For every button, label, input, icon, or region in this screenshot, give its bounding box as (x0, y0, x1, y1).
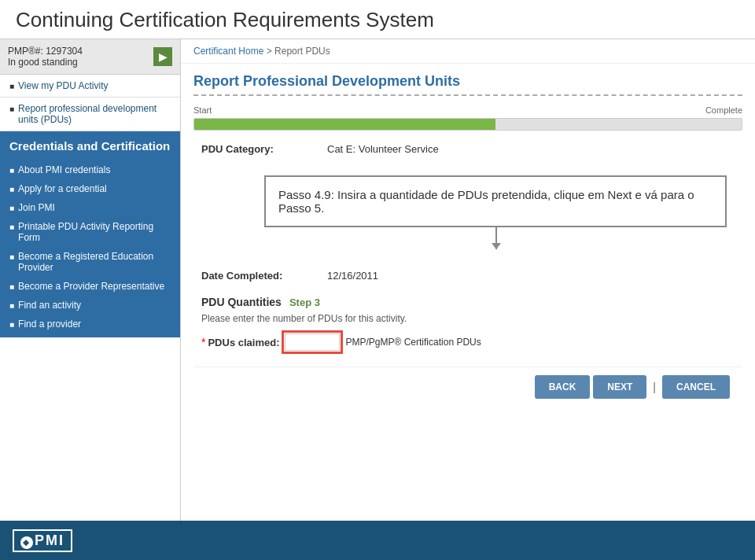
sidebar-item-become-provider[interactable]: ■ Become a Provider Representative (0, 277, 180, 296)
bottom-bar: ◆PMI (0, 521, 755, 560)
sidebar-arrow-button[interactable]: ▶ (153, 47, 172, 66)
bullet-icon: ■ (9, 282, 14, 291)
step-badge: Step 3 (289, 297, 320, 308)
bullet-icon: ■ (9, 223, 14, 231)
tooltip-arrow (495, 226, 497, 249)
back-button[interactable]: BACK (535, 375, 591, 399)
pmi-logo: ◆PMI (13, 529, 72, 552)
header: Continuing Certification Requirements Sy… (0, 0, 755, 39)
pdus-claimed-input[interactable] (285, 333, 340, 351)
sidebar-item-report-pdu[interactable]: ■ Report professional development units … (0, 98, 180, 131)
pdu-category-row: PDU Category: Cat E: Volunteer Service (193, 143, 742, 155)
breadcrumb: Certificant Home > Report PDUs (181, 39, 755, 64)
tooltip-box: Passo 4.9: Insira a quantidade de PDUs p… (264, 175, 727, 227)
sidebar-item-label: Find an activity (18, 300, 81, 311)
progress-complete-label: Complete (705, 105, 742, 115)
progress-bar (193, 118, 742, 131)
button-separator: | (650, 381, 659, 393)
progress-section: Start Complete (193, 105, 742, 131)
sidebar-top: PMP®#: 1297304 In good standing ▶ (0, 39, 180, 75)
progress-start-label: Start (193, 105, 212, 115)
progress-labels: Start Complete (193, 105, 742, 115)
breadcrumb-separator: > (267, 46, 274, 57)
sidebar-section-title: Credentials and Certification (0, 131, 180, 160)
bullet-icon: ■ (9, 166, 14, 175)
date-value: 12/16/2011 (327, 270, 378, 282)
date-completed-row: Date Completed: 12/16/2011 (193, 270, 742, 282)
sidebar-item-view-pdu[interactable]: ■ View my PDU Activity (0, 75, 180, 98)
sidebar-item-label: About PMI credentials (18, 164, 110, 175)
sidebar-item-label: Find a provider (18, 319, 81, 330)
content-inner: Report Professional Development Units St… (181, 64, 755, 416)
sidebar-item-label: Apply for a credential (18, 183, 107, 194)
sidebar-item-find-activity[interactable]: ■ Find an activity (0, 296, 180, 315)
content-area: Certificant Home > Report PDUs Report Pr… (181, 39, 755, 521)
sidebar-item-become-rep[interactable]: ■ Become a Registered Education Provider (0, 247, 180, 277)
cert-label: PMP/PgMP® Certification PDUs (346, 337, 481, 348)
breadcrumb-home[interactable]: Certificant Home (193, 46, 263, 57)
sidebar-item-join-pmi[interactable]: ■ Join PMI (0, 198, 180, 217)
header-title: Continuing Certification Requirements Sy… (16, 8, 434, 32)
required-star: * (201, 336, 205, 348)
pdu-instructions: Please enter the number of PDUs for this… (193, 313, 742, 324)
bullet-icon: ■ (9, 204, 14, 212)
bullet-icon: ■ (9, 320, 14, 329)
breadcrumb-current: Report PDUs (274, 46, 330, 57)
pdu-category-value: Cat E: Volunteer Service (327, 143, 439, 155)
pdus-claimed-label: PDUs claimed: (208, 337, 279, 348)
tooltip-text: Passo 4.9: Insira a quantidade de PDUs p… (278, 188, 694, 215)
next-button[interactable]: NEXT (593, 375, 646, 399)
bullet-icon: ■ (9, 105, 14, 113)
sidebar-item-label: Report professional development units (P… (18, 103, 171, 125)
date-label: Date Completed: (201, 270, 327, 282)
pmi-logo-symbol: ◆ (20, 536, 33, 549)
bullet-icon: ■ (9, 301, 14, 310)
pdu-category-label: PDU Category: (201, 143, 327, 155)
pdu-input-row: * PDUs claimed: PMP/PgMP® Certification … (193, 333, 742, 351)
sidebar-item-apply-credential[interactable]: ■ Apply for a credential (0, 179, 180, 198)
section-title: Report Professional Development Units (193, 73, 742, 96)
bullet-icon: ■ (9, 82, 14, 90)
sidebar-user-info: PMP®#: 1297304 In good standing (8, 46, 83, 68)
sidebar-item-printable-form[interactable]: ■ Printable PDU Activity Reporting Form (0, 217, 180, 247)
sidebar-item-label: Printable PDU Activity Reporting Form (18, 221, 171, 243)
pmp-number: PMP®#: 1297304 (8, 46, 83, 57)
sidebar-item-find-provider[interactable]: ■ Find a provider (0, 315, 180, 333)
sidebar-section-items: ■ About PMI credentials ■ Apply for a cr… (0, 160, 180, 337)
pdu-quantities-title: PDU Quantities (201, 296, 282, 308)
bullet-icon: ■ (9, 252, 14, 261)
sidebar-item-label: View my PDU Activity (18, 80, 108, 91)
sidebar-item-about-pmi[interactable]: ■ About PMI credentials (0, 160, 180, 179)
standing-text: In good standing (8, 57, 83, 68)
sidebar-item-label: Become a Provider Representative (18, 281, 164, 292)
sidebar-item-label: Join PMI (18, 202, 55, 213)
progress-bar-fill (194, 119, 495, 130)
sidebar-item-label: Become a Registered Education Provider (18, 251, 171, 273)
bullet-icon: ■ (9, 185, 14, 193)
cancel-button[interactable]: CANCEL (662, 375, 730, 399)
sidebar: PMP®#: 1297304 In good standing ▶ ■ View… (0, 39, 181, 521)
pdu-quantities-header: PDU Quantities Step 3 (193, 296, 742, 308)
button-row: BACK NEXT | CANCEL (193, 367, 742, 407)
